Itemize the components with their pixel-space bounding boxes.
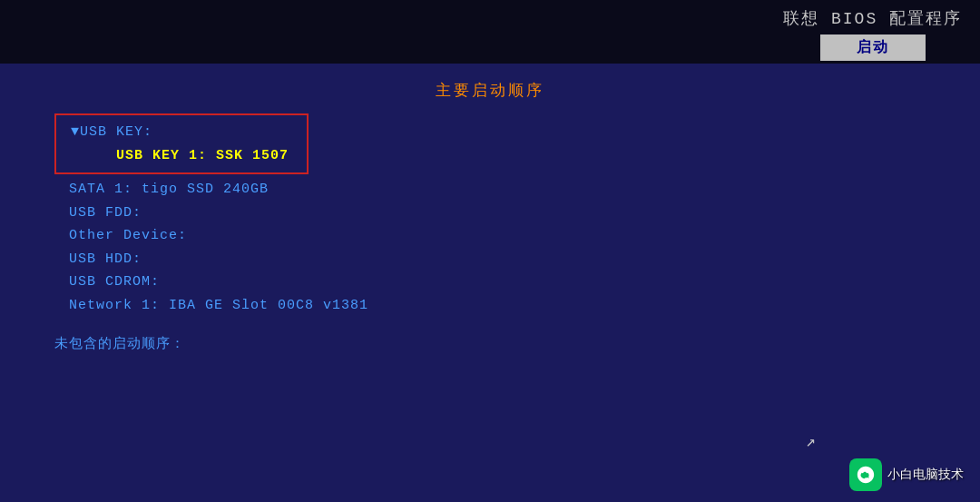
footer-section: 未包含的启动顺序： (0, 317, 980, 352)
tab-bar: 启动 (0, 34, 980, 61)
boot-item-usb-fdd[interactable]: USB FDD: (69, 202, 926, 225)
section-title: 主要启动顺序 (0, 64, 980, 113)
boot-item-usb-hdd[interactable]: USB HDD: (69, 248, 926, 271)
watermark-text: 小白电脑技术 (887, 467, 964, 483)
wechat-icon (849, 458, 882, 491)
usb-key-label: ▼USB KEY: (71, 121, 289, 144)
usb-key-highlight-box[interactable]: ▼USB KEY: USB KEY 1: SSK 1507 (54, 113, 309, 174)
watermark: 小白电脑技术 (849, 458, 964, 491)
non-highlight-items: SATA 1: tigo SSD 240GB USB FDD: Other De… (54, 178, 926, 317)
top-header: 联想 BIOS 配置程序 (0, 0, 980, 29)
main-content: 主要启动顺序 ▼USB KEY: USB KEY 1: SSK 1507 SAT… (0, 64, 980, 502)
usb-key-sub-label: USB KEY 1: SSK 1507 (71, 144, 289, 168)
tab-boot[interactable]: 启动 (820, 34, 926, 61)
footer-label: 未包含的启动顺序： (54, 337, 185, 352)
boot-list: ▼USB KEY: USB KEY 1: SSK 1507 SATA 1: ti… (0, 113, 980, 317)
boot-item-sata[interactable]: SATA 1: tigo SSD 240GB (69, 178, 926, 202)
mouse-cursor: ↗ (806, 431, 817, 448)
bios-title: 联想 BIOS 配置程序 (783, 7, 962, 29)
boot-item-other-device[interactable]: Other Device: (69, 224, 926, 248)
boot-item-usb-cdrom[interactable]: USB CDROM: (69, 271, 926, 294)
bios-screen: 联想 BIOS 配置程序 启动 主要启动顺序 ▼USB KEY: USB KEY… (0, 0, 980, 502)
boot-item-network[interactable]: Network 1: IBA GE Slot 00C8 v1381 (69, 294, 926, 318)
